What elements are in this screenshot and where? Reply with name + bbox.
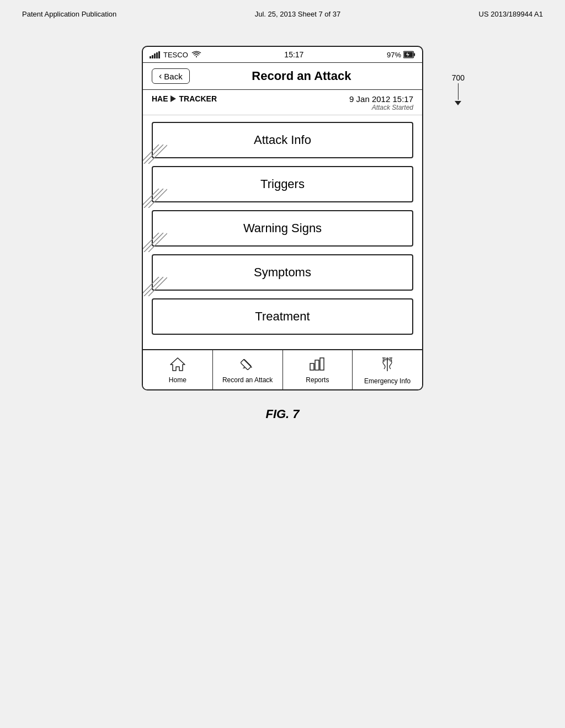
phone-frame: TESCO 15:17 97% [142,46,423,390]
chart-icon [309,356,326,374]
svg-line-4 [142,144,159,164]
home-icon [169,356,186,374]
tracker-datetime: 9 Jan 2012 15:17 Attack Started [349,94,413,111]
tracker-date: 9 Jan 2012 15:17 [349,94,413,104]
play-icon [170,95,176,102]
tab-record[interactable]: Record an Attack [213,350,283,389]
tab-reports-label: Reports [306,376,329,384]
svg-rect-2 [414,53,415,56]
tab-emergency-label: Emergency Info [364,377,411,385]
carrier-name: TESCO [163,51,188,59]
svg-line-6 [148,145,167,164]
svg-line-5 [144,144,163,164]
symptoms-wrapper: Symptoms 716 [152,254,413,291]
svg-line-9 [148,189,167,208]
patent-middle: Jul. 25, 2013 Sheet 7 of 37 [255,10,340,18]
status-left: TESCO [150,51,201,59]
tab-bar: Home Record an Attack [143,349,422,389]
svg-rect-20 [320,358,324,370]
svg-line-17 [243,360,252,368]
svg-line-7 [142,189,159,208]
status-right: 97% [387,51,415,59]
status-time: 15:17 [284,50,303,59]
tab-home-label: Home [169,376,186,384]
phone-wrapper: 700 TESCO [117,46,448,390]
triggers-button[interactable]: Triggers [152,166,413,202]
patent-header: Patent Application Publication Jul. 25, … [0,0,565,24]
tracker-brand: HAE TRACKER [152,94,217,103]
tab-emergency[interactable]: Emergency Info [353,350,422,389]
tracker-bar: HAE TRACKER 9 Jan 2012 15:17 Attack Star… [143,90,422,115]
figure-number-label: 700 [452,73,465,82]
nav-title: Record an Attack [190,69,413,83]
svg-rect-18 [310,363,314,370]
wifi-icon [191,51,201,58]
back-chevron-icon: ‹ [159,71,162,81]
tab-reports[interactable]: Reports [283,350,353,389]
hatch-decor-1 [142,144,167,164]
tab-record-label: Record an Attack [222,376,273,384]
tracker-brand-suffix: TRACKER [179,94,217,103]
tracker-brand-name: HAE [152,94,168,103]
svg-line-15 [148,277,167,296]
svg-rect-16 [240,359,251,370]
attack-info-wrapper: Attack Info 710 [152,122,413,158]
hatch-decor-2 [142,189,167,208]
warning-signs-wrapper: Warning Signs 714 [152,210,413,247]
attack-info-button[interactable]: Attack Info [152,122,413,158]
patent-left: Patent Application Publication [22,10,116,18]
menu-section: Attack Info 710 Triggers [143,115,422,349]
status-bar: TESCO 15:17 97% [143,47,422,63]
treatment-wrapper: Treatment 718 [152,298,413,335]
treatment-button[interactable]: Treatment [152,298,413,335]
figure-caption: FIG. 7 [0,407,565,421]
warning-signs-button[interactable]: Warning Signs [152,210,413,247]
back-button[interactable]: ‹ Back [152,68,190,84]
pencil-icon [239,356,256,374]
triggers-wrapper: Triggers 712 [152,166,413,202]
svg-rect-19 [315,360,319,370]
svg-line-14 [144,277,163,296]
svg-point-0 [196,56,197,57]
medical-icon [379,356,396,375]
back-label: Back [164,72,182,81]
svg-line-13 [142,277,159,296]
tracker-subtitle: Attack Started [349,104,413,111]
svg-line-12 [148,233,167,252]
svg-line-10 [142,233,159,252]
hatch-decor-4 [142,277,167,296]
nav-bar: ‹ Back Record an Attack [143,63,422,90]
tab-home[interactable]: Home [143,350,213,389]
symptoms-button[interactable]: Symptoms [152,254,413,291]
patent-right: US 2013/189944 A1 [479,10,543,18]
battery-icon [403,51,415,58]
svg-line-11 [144,233,163,252]
signal-bars-icon [150,51,160,58]
battery-percent: 97% [387,51,401,59]
hatch-decor-3 [142,233,167,252]
svg-line-8 [144,189,163,208]
